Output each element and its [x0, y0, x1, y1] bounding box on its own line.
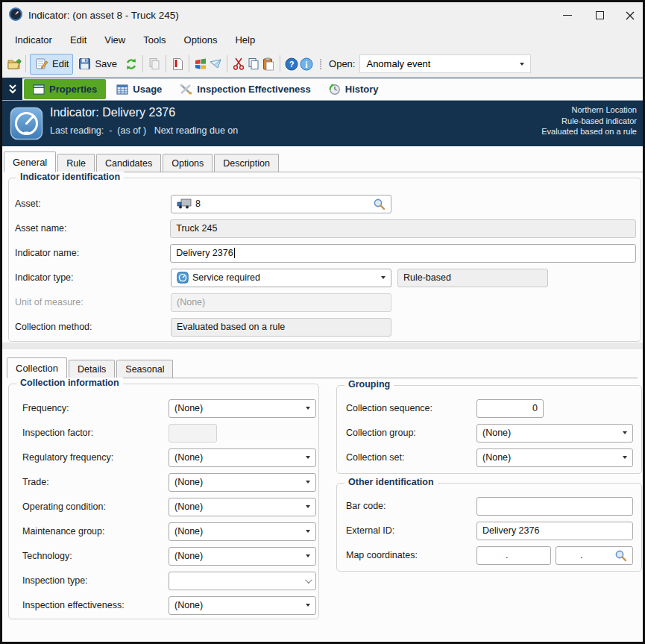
collection-group-dropdown[interactable]: (None) [476, 424, 633, 443]
tools-icon [180, 84, 192, 95]
tab-history[interactable]: History [320, 78, 388, 100]
application-window: Indicator: (on asset 8 - Truck 245) Indi… [0, 0, 645, 644]
regulatory-frequency-dropdown[interactable]: (None) [169, 448, 316, 467]
indicator-name-label: Indicator name: [15, 248, 170, 258]
copy-disabled-icon [147, 57, 162, 72]
send-icon[interactable] [208, 57, 223, 72]
close-icon[interactable] [619, 4, 641, 27]
double-chevron-icon [8, 84, 17, 94]
paste-icon[interactable] [261, 57, 276, 72]
menu-edit[interactable]: Edit [63, 31, 93, 49]
indicator-type-readonly-field: Rule-based [397, 269, 548, 287]
frequency-label: Frequency: [22, 403, 169, 413]
search-icon[interactable] [373, 198, 386, 210]
maintenance-group-label: Maintenance group: [22, 526, 169, 537]
menu-indicator[interactable]: Indicator [8, 31, 59, 49]
open-folder-icon[interactable] [7, 57, 22, 72]
chevron-down-icon [306, 604, 310, 607]
tab-inspection-effectiveness[interactable]: Inspection Effectiveness [171, 78, 319, 100]
record-subtitle: Last reading: - (as of ) Next reading du… [50, 125, 238, 136]
maintenance-group-dropdown[interactable]: (None) [169, 522, 316, 541]
history-clock-icon [329, 84, 341, 96]
asset-label: Asset: [15, 198, 171, 209]
map-coordinate-x-field[interactable]: . [476, 546, 551, 565]
asset-field[interactable]: 8 [171, 195, 391, 213]
indicator-type-dropdown[interactable]: Service required [171, 269, 391, 287]
tab-options[interactable]: Options [163, 154, 213, 172]
cut-icon[interactable] [231, 57, 246, 72]
trade-dropdown[interactable]: (None) [169, 473, 316, 492]
copy-icon[interactable] [246, 57, 261, 72]
collection-group-value: (None) [482, 428, 511, 438]
technology-dropdown[interactable]: (None) [169, 547, 316, 566]
indicator-name-value: Delivery 2376 [176, 248, 233, 258]
view-tab-strip: Properties Usage Inspection Effectivenes… [2, 78, 643, 101]
collection-method-value: Evaluated based on a rule [177, 322, 285, 332]
collection-sequence-label: Collection sequence: [346, 403, 476, 413]
chevron-down-icon [306, 530, 310, 533]
window-title: Indicator: (on asset 8 - Truck 245) [28, 10, 179, 21]
indicator-name-field[interactable]: Delivery 2376 [170, 244, 636, 263]
open-dropdown[interactable]: Anomaly event [359, 54, 531, 73]
titlebar: Indicator: (on asset 8 - Truck 245) [2, 2, 643, 28]
operating-condition-dropdown[interactable]: (None) [169, 498, 316, 516]
tab-general[interactable]: General [4, 151, 56, 172]
frequency-value: (None) [174, 403, 203, 413]
inspection-factor-field [169, 424, 217, 443]
tab-properties[interactable]: Properties [24, 79, 106, 99]
tab-properties-label: Properties [49, 84, 97, 95]
regulatory-frequency-label: Regulatory frequency: [22, 452, 169, 463]
inspection-factor-label: Inspection factor: [22, 428, 169, 438]
collapse-button[interactable] [2, 78, 22, 100]
open-label: Open: [329, 58, 355, 69]
inspection-type-combo[interactable] [169, 572, 316, 590]
inspection-effectiveness-dropdown[interactable]: (None) [169, 596, 316, 615]
group-collection-information: Collection information Frequency: (None)… [8, 384, 319, 619]
collection-set-dropdown[interactable]: (None) [476, 448, 633, 467]
asset-name-field: Truck 245 [170, 219, 636, 238]
frequency-dropdown[interactable]: (None) [169, 399, 316, 418]
tab-candidates[interactable]: Candidates [96, 154, 161, 172]
help-icon[interactable]: ? [284, 57, 299, 72]
record-eval: Evaluated based on a rule [541, 126, 637, 137]
chevron-down-icon [306, 481, 310, 484]
map-coordinate-y-field[interactable]: . [556, 546, 633, 565]
menu-options[interactable]: Options [177, 31, 224, 49]
toolbar-grip[interactable] [320, 63, 321, 65]
report-icon[interactable] [170, 57, 185, 72]
tab-seasonal[interactable]: Seasonal [116, 360, 173, 378]
map-coordinate-y-value: . [580, 550, 582, 560]
indicator-type-readonly-value: Rule-based [403, 272, 451, 283]
external-id-field[interactable]: Delivery 2376 [476, 522, 633, 540]
menu-view[interactable]: View [98, 31, 132, 49]
inspection-effectiveness-label: Inspection effectiveness: [22, 600, 169, 610]
collection-set-value: (None) [482, 452, 511, 463]
record-location: Northern Location [541, 104, 637, 116]
chevron-down-icon [306, 456, 310, 459]
tab-description[interactable]: Description [214, 154, 279, 172]
save-button[interactable]: Save [73, 54, 121, 74]
tab-details[interactable]: Details [69, 360, 115, 378]
menu-help[interactable]: Help [228, 31, 262, 49]
tab-rule[interactable]: Rule [57, 154, 95, 172]
info-icon[interactable]: i [299, 57, 314, 72]
open-dropdown-value: Anomaly event [366, 58, 430, 69]
gauge-icon [177, 272, 189, 284]
minimize-icon[interactable] [555, 4, 580, 27]
inspection-effectiveness-value: (None) [174, 600, 203, 610]
tab-collection[interactable]: Collection [7, 357, 67, 378]
edit-button[interactable]: Edit [30, 54, 73, 75]
windows-logo-icon[interactable] [193, 57, 208, 72]
menu-tools[interactable]: Tools [136, 31, 172, 49]
text-caret [234, 248, 235, 258]
group-other-identification: Other identification Bar code: External … [336, 483, 642, 572]
group-indicator-identification: Indicator identification Asset: 8 [8, 178, 641, 342]
collection-method-field: Evaluated based on a rule [171, 318, 391, 337]
tab-usage[interactable]: Usage [107, 78, 171, 100]
bar-code-field[interactable] [476, 497, 633, 516]
maximize-icon[interactable] [580, 4, 619, 27]
collection-sequence-field[interactable]: 0 [476, 399, 544, 418]
refresh-icon[interactable] [124, 57, 139, 72]
bar-code-label: Bar code: [346, 501, 476, 511]
search-icon[interactable] [614, 549, 627, 562]
